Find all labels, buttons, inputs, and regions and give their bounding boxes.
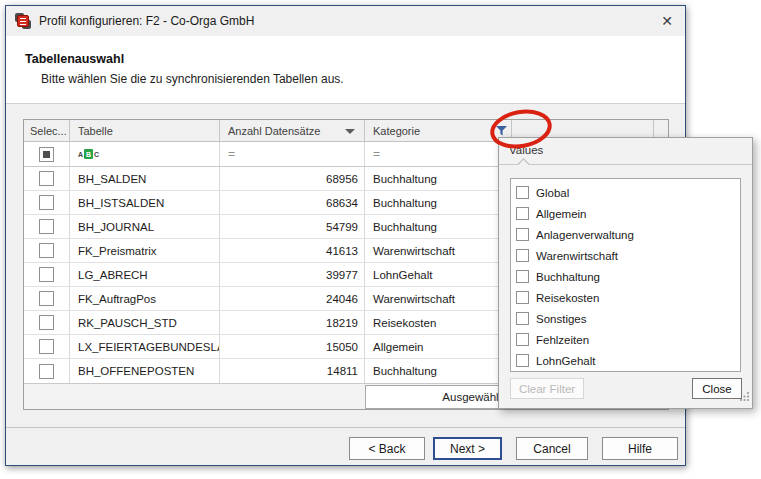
cell-anzahl: 68634 bbox=[220, 191, 365, 214]
cell-kategorie: Warenwirtschaft bbox=[365, 239, 512, 262]
filter-option-label: Global bbox=[536, 187, 569, 199]
filter-option-label: LohnGehalt bbox=[536, 355, 595, 367]
row-checkbox[interactable] bbox=[39, 364, 54, 379]
abc-filter-icon[interactable]: A B C bbox=[78, 149, 99, 159]
row-checkbox[interactable] bbox=[39, 195, 54, 210]
app-icon bbox=[15, 13, 31, 29]
filter-option[interactable]: Fehlzeiten bbox=[511, 329, 740, 350]
option-checkbox[interactable] bbox=[516, 354, 529, 367]
abc-c: C bbox=[94, 151, 99, 158]
cell-tabelle: BH_OFFENEPOSTEN bbox=[70, 359, 220, 383]
close-icon[interactable]: ✕ bbox=[649, 6, 685, 36]
tab-values[interactable]: Values bbox=[509, 144, 543, 156]
abc-a: A bbox=[78, 151, 83, 158]
cell-tabelle: FK_AuftragPos bbox=[70, 287, 220, 310]
cell-anzahl: 41613 bbox=[220, 239, 365, 262]
selected-summary: Ausgewählt: bbox=[365, 385, 512, 409]
option-checkbox[interactable] bbox=[516, 333, 529, 346]
column-header-kategorie[interactable]: Kategorie bbox=[365, 120, 512, 141]
cell-kategorie: Buchhaltung bbox=[365, 167, 512, 190]
select-all-checkbox[interactable] bbox=[39, 147, 54, 162]
close-popup-button[interactable]: Close bbox=[692, 378, 742, 399]
filter-option[interactable]: Sonstiges bbox=[511, 308, 740, 329]
filter-option-label: Warenwirtschaft bbox=[536, 250, 618, 262]
cell-kategorie: Buchhaltung bbox=[365, 359, 512, 383]
help-button[interactable]: Hilfe bbox=[602, 437, 678, 460]
cell-anzahl: 18219 bbox=[220, 311, 365, 334]
row-checkbox[interactable] bbox=[39, 339, 54, 354]
filter-option[interactable]: Warenwirtschaft bbox=[511, 245, 740, 266]
column-header-anzahl-label: Anzahl Datensätze bbox=[228, 125, 320, 137]
filter-anzahl-cell[interactable]: = bbox=[220, 142, 365, 166]
tab-divider bbox=[499, 164, 752, 165]
option-checkbox[interactable] bbox=[516, 186, 529, 199]
filter-option-label: Sonstiges bbox=[536, 313, 587, 325]
cell-anzahl: 14811 bbox=[220, 359, 365, 383]
filter-popup: Values Global Allgemein Anlagenverwaltun… bbox=[498, 137, 753, 409]
equals-operator-icon[interactable]: = bbox=[373, 147, 380, 161]
cell-tabelle: BH_JOURNAL bbox=[70, 215, 220, 238]
filter-select-cell[interactable] bbox=[24, 142, 70, 166]
option-checkbox[interactable] bbox=[516, 249, 529, 262]
filter-option-label: Reisekosten bbox=[536, 292, 599, 304]
filter-option-label: Buchhaltung bbox=[536, 271, 600, 283]
cell-kategorie: Warenwirtschaft bbox=[365, 287, 512, 310]
cell-tabelle: LX_FEIERTAGEBUNDESLA bbox=[70, 335, 220, 358]
cell-anzahl: 15050 bbox=[220, 335, 365, 358]
page-title: Tabellenauswahl bbox=[25, 52, 685, 66]
cell-kategorie: Buchhaltung bbox=[365, 191, 512, 214]
cell-tabelle: LG_ABRECH bbox=[70, 263, 220, 286]
title-bar[interactable]: Profil konfigurieren: F2 - Co-Orga GmbH … bbox=[6, 6, 685, 36]
button-separator bbox=[6, 427, 685, 428]
cell-anzahl: 39977 bbox=[220, 263, 365, 286]
cell-tabelle: RK_PAUSCH_STD bbox=[70, 311, 220, 334]
column-header-select[interactable]: Selec... bbox=[24, 120, 70, 141]
column-header-tabelle[interactable]: Tabelle bbox=[70, 120, 220, 141]
column-header-anzahl[interactable]: Anzahl Datensätze bbox=[220, 120, 365, 141]
tab-notch-icon bbox=[517, 158, 530, 171]
filter-values-list: Global Allgemein Anlagenverwaltung Waren… bbox=[510, 178, 741, 372]
equals-operator-icon[interactable]: = bbox=[228, 147, 235, 161]
filter-option[interactable]: Global bbox=[511, 182, 740, 203]
column-header-kategorie-label: Kategorie bbox=[373, 125, 420, 137]
row-checkbox[interactable] bbox=[39, 267, 54, 282]
filter-option[interactable]: Anlagenverwaltung bbox=[511, 224, 740, 245]
filter-option[interactable]: Buchhaltung bbox=[511, 266, 740, 287]
cell-tabelle: BH_ISTSALDEN bbox=[70, 191, 220, 214]
row-checkbox[interactable] bbox=[39, 171, 54, 186]
filter-option-label: Fehlzeiten bbox=[536, 334, 589, 346]
option-checkbox[interactable] bbox=[516, 207, 529, 220]
cell-tabelle: BH_SALDEN bbox=[70, 167, 220, 190]
cell-anzahl: 24046 bbox=[220, 287, 365, 310]
next-button[interactable]: Next > bbox=[433, 437, 502, 460]
sort-desc-icon bbox=[345, 129, 355, 134]
cell-kategorie: Buchhaltung bbox=[365, 215, 512, 238]
cell-tabelle: FK_Preismatrix bbox=[70, 239, 220, 262]
window-title: Profil konfigurieren: F2 - Co-Orga GmbH bbox=[39, 14, 254, 28]
filter-option[interactable]: Reisekosten bbox=[511, 287, 740, 308]
row-checkbox[interactable] bbox=[39, 315, 54, 330]
option-checkbox[interactable] bbox=[516, 312, 529, 325]
abc-b: B bbox=[84, 149, 93, 159]
cell-kategorie: LohnGehalt bbox=[365, 263, 512, 286]
row-checkbox[interactable] bbox=[39, 219, 54, 234]
page-subtitle: Bitte wählen Sie die zu synchronisierend… bbox=[41, 72, 685, 86]
filter-option[interactable]: Allgemein bbox=[511, 203, 740, 224]
row-checkbox[interactable] bbox=[39, 291, 54, 306]
back-button[interactable]: < Back bbox=[349, 437, 425, 460]
filter-option[interactable]: LohnGehalt bbox=[511, 350, 740, 371]
resize-grip-icon[interactable] bbox=[739, 388, 750, 406]
clear-filter-button[interactable]: Clear Filter bbox=[510, 378, 584, 399]
option-checkbox[interactable] bbox=[516, 270, 529, 283]
option-checkbox[interactable] bbox=[516, 291, 529, 304]
filter-option-label: Anlagenverwaltung bbox=[536, 229, 634, 241]
cell-kategorie: Reisekosten bbox=[365, 311, 512, 334]
filter-kategorie-cell[interactable]: = bbox=[365, 142, 512, 166]
cancel-button[interactable]: Cancel bbox=[516, 437, 588, 460]
cell-anzahl: 54799 bbox=[220, 215, 365, 238]
option-checkbox[interactable] bbox=[516, 228, 529, 241]
cell-anzahl: 68956 bbox=[220, 167, 365, 190]
filter-tabelle-cell[interactable]: A B C bbox=[70, 142, 220, 166]
cell-kategorie: Allgemein bbox=[365, 335, 512, 358]
row-checkbox[interactable] bbox=[39, 243, 54, 258]
